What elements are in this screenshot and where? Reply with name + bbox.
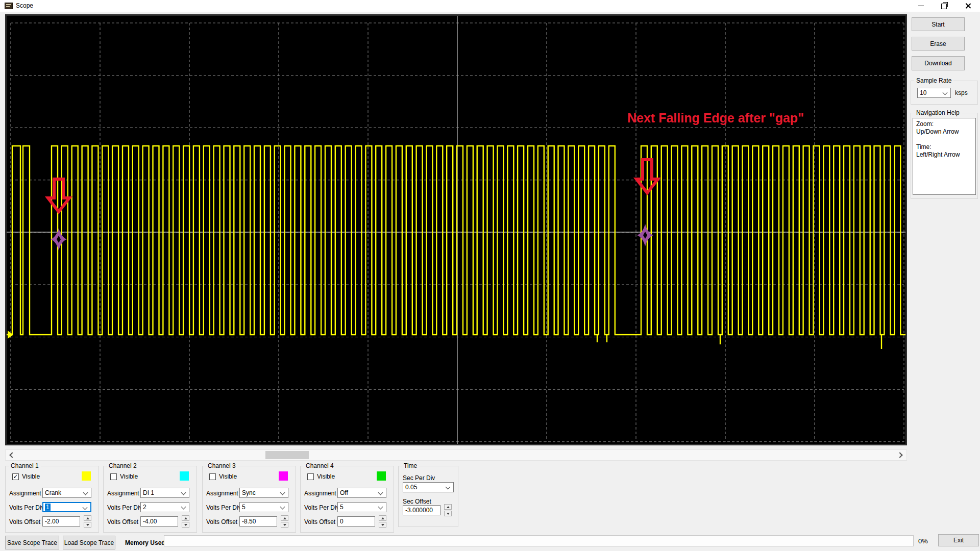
chevron-down-icon [181,490,186,495]
group-title: Sample Rate [914,77,953,84]
channel-3-volts-offset-input[interactable]: -8.50 [239,516,277,527]
annotation-text: Next Falling Edge after "gap" [627,111,804,126]
volts-offset-label: Volts Offset [304,518,335,525]
channel-4-volts-offset-input[interactable]: 0 [337,516,375,527]
sec-per-div-label: Sec Per Div [403,474,435,482]
restore-button[interactable] [933,0,956,12]
start-button[interactable]: Start [912,17,965,31]
load-scope-trace-button[interactable]: Load Scope Trace [63,536,115,549]
scroll-left-icon[interactable] [10,453,14,457]
channel-1-assignment-select[interactable]: Crank [42,488,91,498]
close-icon [965,3,971,9]
channel-2-group: Channel 2 ✓ Visible Assignment DI 1 Volt… [103,466,197,533]
minimize-button[interactable] [909,0,933,12]
spin-down-button[interactable] [84,522,91,528]
spin-up-button[interactable] [444,504,452,510]
channel-3-volts-per-div-select[interactable]: 5 [239,502,288,512]
time-group: Time Sec Per Div 0.05 Sec Offset -3.0000… [398,466,458,527]
scrollbar-thumb[interactable] [265,451,309,459]
channel-2-volts-offset-input[interactable]: -4.00 [140,516,178,527]
channel-1-visible-checkbox[interactable]: ✓ [12,473,19,480]
spin-down-button[interactable] [281,522,288,528]
chevron-down-icon [280,505,285,510]
sec-offset-spinner [444,504,452,516]
spin-up-button[interactable] [281,515,288,521]
scroll-right-icon[interactable] [898,453,902,457]
navigation-help-box: Zoom: Up/Down Arrow Time: Left/Right Arr… [913,118,976,195]
channel-1-volts-per-div-select[interactable]: 1 [42,502,91,512]
minimize-icon [918,6,924,6]
channel-2-volts-offset-spinner [182,515,189,528]
channel-4-color-swatch[interactable] [377,471,386,481]
chevron-down-icon [83,490,88,495]
arrow-down-icon [86,524,89,526]
sec-per-div-select[interactable]: 0.05 [403,482,454,492]
volts-per-div-label: Volts Per Div [107,504,142,511]
channel-4-visible-checkbox[interactable]: ✓ [307,473,314,480]
memory-used-bar [164,535,914,546]
chevron-down-icon [83,505,88,510]
volts-offset-label: Volts Offset [9,518,40,525]
channel-1-group: Channel 1 ✓ Visible Assignment Crank Vol… [5,466,99,533]
sec-offset-label: Sec Offset [403,498,431,505]
channel-1-volts-offset-spinner [84,515,91,528]
spin-up-button[interactable] [182,515,189,521]
visible-label: Visible [219,473,237,480]
memory-percent: 0% [918,537,928,545]
channel-4-assignment-select[interactable]: Off [337,488,386,498]
sample-rate-unit: ksps [955,89,968,96]
channel-2-color-swatch[interactable] [180,471,189,481]
scope-canvas [7,16,905,444]
close-button[interactable] [956,0,979,12]
spin-up-button[interactable] [84,515,91,521]
channel-4-volts-per-div-select[interactable]: 5 [337,502,386,512]
sample-rate-select[interactable]: 10 [917,88,951,98]
assignment-label: Assignment [9,490,41,497]
channel-2-assignment-select[interactable]: DI 1 [140,488,189,498]
arrow-up-icon [381,517,384,519]
visible-label: Visible [317,473,335,480]
channel-2-visible-checkbox[interactable]: ✓ [110,473,117,480]
download-button[interactable]: Download [912,56,965,70]
scope-display[interactable]: Next Falling Edge after "gap" [5,14,907,445]
group-title: Channel 4 [304,462,336,469]
app-icon [5,3,13,9]
channel-3-assignment-select[interactable]: Sync [239,488,288,498]
restore-icon [941,4,947,9]
chevron-down-icon [378,490,383,495]
assignment-label: Assignment [304,490,336,497]
channel-3-visible-checkbox[interactable]: ✓ [209,473,216,480]
visible-label: Visible [120,473,138,480]
volts-per-div-label: Volts Per Div [304,504,339,511]
assignment-label: Assignment [107,490,139,497]
arrow-up-icon [86,517,89,519]
group-title: Channel 3 [206,462,238,469]
erase-button[interactable]: Erase [912,37,965,51]
chevron-down-icon [446,485,451,490]
group-title: Navigation Help [914,109,962,116]
channel-1-volts-offset-input[interactable]: -2.00 [42,516,80,527]
channel-3-color-swatch[interactable] [279,471,288,481]
sample-rate-group: Sample Rate 10 ksps [911,81,978,105]
navigation-help-text: Zoom: Up/Down Arrow Time: Left/Right Arr… [916,120,960,159]
spin-up-button[interactable] [379,515,386,521]
arrow-down-icon [283,524,286,526]
channel-3-volts-offset-spinner [281,515,288,528]
exit-button[interactable]: Exit [938,534,979,546]
spin-down-button[interactable] [379,522,386,528]
chevron-down-icon [378,505,383,510]
save-scope-trace-button[interactable]: Save Scope Trace [5,536,59,549]
sec-offset-input[interactable]: -3.000000 [403,505,440,515]
channel-2-volts-per-div-select[interactable]: 2 [140,502,189,512]
volts-per-div-label: Volts Per Div [9,504,44,511]
volts-per-div-label: Volts Per Div [206,504,241,511]
spin-down-button[interactable] [444,511,452,516]
navigation-help-group: Navigation Help Zoom: Up/Down Arrow Time… [911,113,978,199]
channel-1-color-swatch[interactable] [82,471,91,481]
assignment-label: Assignment [206,490,238,497]
chevron-down-icon [181,505,186,510]
chevron-down-icon [280,490,285,495]
spin-down-button[interactable] [182,522,189,528]
time-scrollbar[interactable] [5,449,907,461]
group-title: Channel 1 [9,462,41,469]
